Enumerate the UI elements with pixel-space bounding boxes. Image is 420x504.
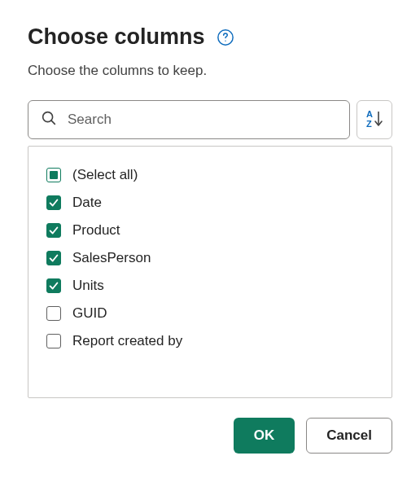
column-row[interactable]: SalesPerson xyxy=(46,244,374,272)
sort-az-icon: A Z xyxy=(365,107,384,133)
checkbox-checked-icon xyxy=(46,223,61,238)
dialog-footer: OK Cancel xyxy=(28,418,392,454)
column-row[interactable]: Product xyxy=(46,217,374,244)
ok-button[interactable]: OK xyxy=(234,418,295,454)
checkbox-checked-icon xyxy=(46,278,61,293)
checkbox-checked-icon xyxy=(46,251,61,265)
dialog-subtitle: Choose the columns to keep. xyxy=(28,63,392,79)
column-label: Date xyxy=(72,195,102,211)
cancel-button[interactable]: Cancel xyxy=(306,418,392,454)
checkbox-unchecked-icon xyxy=(46,306,61,321)
column-label: Product xyxy=(72,222,120,239)
column-label: GUID xyxy=(72,305,107,322)
dialog-header: Choose columns xyxy=(28,24,392,50)
select-all-row[interactable]: (Select all) xyxy=(46,161,374,189)
search-input[interactable] xyxy=(68,112,338,128)
search-icon xyxy=(40,109,58,130)
help-icon[interactable] xyxy=(217,28,234,46)
column-row[interactable]: Report created by xyxy=(46,327,374,355)
column-row[interactable]: Date xyxy=(46,189,374,217)
select-all-label: (Select all) xyxy=(72,167,138,183)
column-label: Report created by xyxy=(72,333,182,349)
page-title: Choose columns xyxy=(28,24,205,50)
svg-line-3 xyxy=(51,121,55,124)
svg-point-1 xyxy=(225,40,225,41)
svg-text:A: A xyxy=(366,109,373,119)
column-row[interactable]: Units xyxy=(46,272,374,300)
column-label: Units xyxy=(72,278,104,294)
search-row: A Z xyxy=(28,100,392,139)
column-list: (Select all) DateProductSalesPersonUnits… xyxy=(28,146,392,398)
column-row[interactable]: GUID xyxy=(46,300,374,327)
search-box[interactable] xyxy=(28,100,350,139)
column-label: SalesPerson xyxy=(72,250,151,266)
checkbox-unchecked-icon xyxy=(46,334,61,348)
sort-button[interactable]: A Z xyxy=(357,100,392,139)
checkbox-indeterminate-icon xyxy=(46,168,61,182)
svg-text:Z: Z xyxy=(366,119,372,129)
checkbox-checked-icon xyxy=(46,195,61,210)
